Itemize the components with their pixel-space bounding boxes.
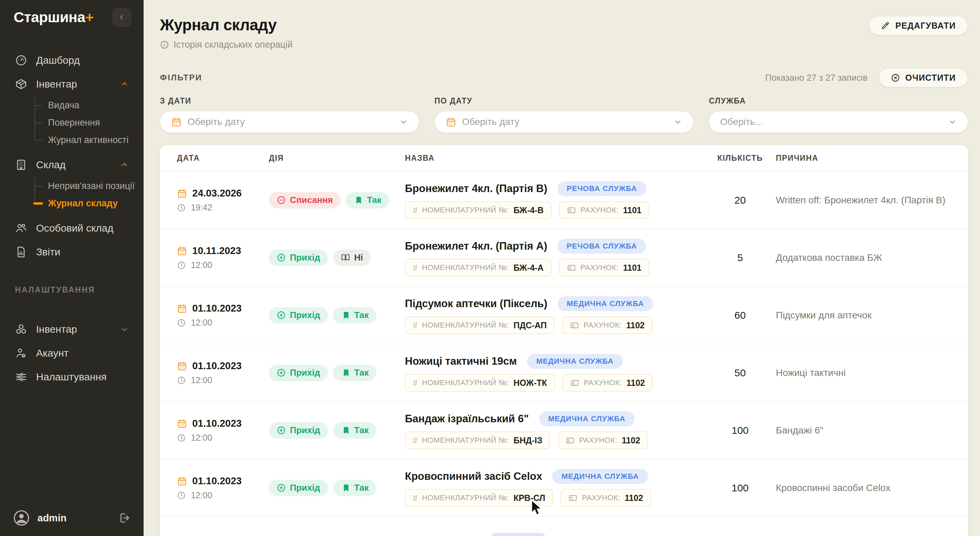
edit-button[interactable]: РЕДАГУВАТИ xyxy=(869,16,968,35)
book-badge: Так xyxy=(333,365,377,381)
nomenclature-chip: # НОМЕНКЛАТУРНИЙ №: БНД-ІЗ xyxy=(405,431,550,449)
chevron-down-icon xyxy=(673,118,682,126)
book-badge-label: Ні xyxy=(354,252,363,263)
nomenclature-chip: # НОМЕНКЛАТУРНИЙ №: ПДС-АП xyxy=(405,316,555,334)
sidebar-item-dashboard[interactable]: Дашборд xyxy=(8,48,135,72)
sidebar-collapse-button[interactable] xyxy=(112,8,131,27)
sidebar: Старшина+ Дашборд Інвентар Видача Поверн… xyxy=(0,0,143,536)
logout-icon[interactable] xyxy=(118,512,130,524)
package-icon xyxy=(15,78,27,90)
action-cell: Прихід Так xyxy=(269,365,405,381)
sidebar-subitem-returns[interactable]: Повернення xyxy=(34,114,135,131)
date-cell: 24.03.2026 19:42 xyxy=(177,188,269,212)
load-more-button-partial[interactable] xyxy=(491,533,546,536)
from-date-picker[interactable]: Оберіть дату xyxy=(160,111,419,133)
subitem-label: Повернення xyxy=(48,118,100,128)
sidebar-subitem-activity-log[interactable]: Журнал активності xyxy=(34,131,135,149)
nomenclature-value: КРВ-СЛ xyxy=(514,493,545,503)
calendar-icon xyxy=(177,418,187,429)
column-header-name: НАЗВА xyxy=(405,153,705,163)
logo-text: Старшина xyxy=(14,9,85,25)
row-date: 24.03.2026 xyxy=(192,188,242,199)
sidebar-subitem-issue[interactable]: Видача xyxy=(34,97,135,114)
chevron-left-icon xyxy=(118,14,126,21)
logo-plus: + xyxy=(85,9,94,25)
row-date: 10.11.2023 xyxy=(192,245,241,257)
sliders-icon xyxy=(15,371,27,383)
date-cell: 01.10.2023 12:00 xyxy=(177,360,269,385)
filter-field-from-date: З ДАТИ Оберіть дату xyxy=(160,96,419,133)
reason-text: Кровоспинні засоби Celox xyxy=(776,483,951,493)
inventory-sublist: Видача Повернення Журнал активності xyxy=(34,97,135,149)
date-cell: 01.10.2023 12:00 xyxy=(177,418,269,443)
item-name: Ножиці тактичні 19см xyxy=(405,355,517,367)
table-row[interactable]: 01.10.2023 12:00 Прихід xyxy=(160,402,968,459)
service-select[interactable]: Оберіть... xyxy=(709,111,968,133)
subitem-label: Журнал складу xyxy=(48,198,118,208)
account-label: РАХУНОК: xyxy=(581,263,619,272)
table-row[interactable]: 01.10.2023 12:00 Прихід xyxy=(160,344,968,402)
nomenclature-value: БНД-ІЗ xyxy=(514,436,542,445)
account-value: 1102 xyxy=(627,378,645,388)
item-name: Бронежилет 4кл. (Партія B) xyxy=(405,182,547,195)
date-cell: 10.11.2023 12:00 xyxy=(177,245,269,270)
sidebar-item-inventory[interactable]: Інвентар xyxy=(8,72,135,96)
calendar-icon xyxy=(177,246,187,256)
filters-title: ФІЛЬТРИ xyxy=(160,73,202,82)
sidebar-item-warehouse[interactable]: Склад xyxy=(8,153,135,177)
column-header-quantity: КІЛЬКІСТЬ xyxy=(705,153,776,163)
table-row[interactable]: 01.10.2023 12:00 Прихід xyxy=(160,459,968,517)
nomenclature-chip: # НОМЕНКЛАТУРНИЙ №: БЖ-4-В xyxy=(405,201,552,219)
circle-plus-icon xyxy=(277,311,286,320)
clock-icon xyxy=(177,203,186,212)
filters-header: ФІЛЬТРИ Показано 27 з 27 записів ОЧИСТИТ… xyxy=(160,68,968,88)
sidebar-item-reports[interactable]: Звіти xyxy=(8,240,135,264)
row-time: 12:00 xyxy=(191,318,212,328)
warehouse-sublist: Неприв'язані позиції Журнал складу xyxy=(34,177,135,212)
book-filled-icon xyxy=(341,426,350,435)
filters-meta: Показано 27 з 27 записів ОЧИСТИТИ xyxy=(765,68,968,88)
sidebar-subitem-warehouse-journal[interactable]: Журнал складу xyxy=(34,195,135,212)
sidebar-item-settings[interactable]: Налаштування xyxy=(8,365,135,389)
account-label: РАХУНОК: xyxy=(584,321,622,330)
account-chip: РАХУНОК: 1101 xyxy=(559,201,649,219)
clear-filters-button[interactable]: ОЧИСТИТИ xyxy=(878,68,969,88)
service-badge: РЕЧОВА СЛУЖБА xyxy=(557,181,646,196)
quantity-value: 50 xyxy=(705,367,776,379)
action-badge: Списання xyxy=(269,192,340,208)
account-value: 1101 xyxy=(623,205,641,215)
nomenclature-chip: # НОМЕНКЛАТУРНИЙ №: БЖ-4-А xyxy=(405,259,552,276)
book-open-icon xyxy=(341,253,350,262)
avatar xyxy=(13,509,30,526)
nomenclature-value: НОЖ-ТК xyxy=(514,378,547,388)
account-value: 1102 xyxy=(626,321,644,330)
action-cell: Прихід Так xyxy=(269,307,405,324)
page-subtitle: Історія складських операцій xyxy=(160,40,293,50)
action-badge-label: Списання xyxy=(290,195,333,205)
nomenclature-value: БЖ-4-А xyxy=(514,263,544,273)
book-badge-label: Так xyxy=(354,483,369,493)
filter-label: З ДАТИ xyxy=(160,96,419,105)
action-cell: Прихід Так xyxy=(269,480,405,496)
book-badge: Так xyxy=(333,480,377,496)
sidebar-item-personnel[interactable]: Особовий склад xyxy=(8,216,135,240)
circle-plus-icon xyxy=(277,368,286,377)
sidebar-settings-nav: Інвентар Акаунт Налаштування xyxy=(0,306,143,389)
nomenclature-label: НОМЕНКЛАТУРНИЙ №: xyxy=(422,206,509,215)
filter-field-to-date: ПО ДАТУ Оберіть дату xyxy=(434,96,694,133)
sidebar-item-account[interactable]: Акаунт xyxy=(8,341,135,365)
to-date-picker[interactable]: Оберіть дату xyxy=(434,111,694,133)
sidebar-item-inventory-settings[interactable]: Інвентар xyxy=(8,317,135,341)
sidebar-item-label: Дашборд xyxy=(36,54,80,66)
name-cell: Бандаж ізраїльський 6" МЕДИЧНА СЛУЖБА # … xyxy=(405,412,705,449)
calendar-icon xyxy=(171,117,182,128)
sidebar-subitem-unassigned[interactable]: Неприв'язані позиції xyxy=(34,177,135,195)
row-time: 12:00 xyxy=(191,375,212,385)
table-row[interactable]: 01.10.2023 12:00 Прихід xyxy=(160,287,968,344)
table-row[interactable]: 24.03.2026 19:42 Списання xyxy=(160,172,968,229)
circle-plus-icon xyxy=(277,253,286,262)
nomenclature-label: НОМЕНКЛАТУРНИЙ №: xyxy=(422,436,509,445)
table-row[interactable]: 10.11.2023 12:00 Прихід xyxy=(160,229,968,287)
service-badge: МЕДИЧНА СЛУЖБА xyxy=(552,469,648,484)
book-badge-label: Так xyxy=(367,195,382,205)
